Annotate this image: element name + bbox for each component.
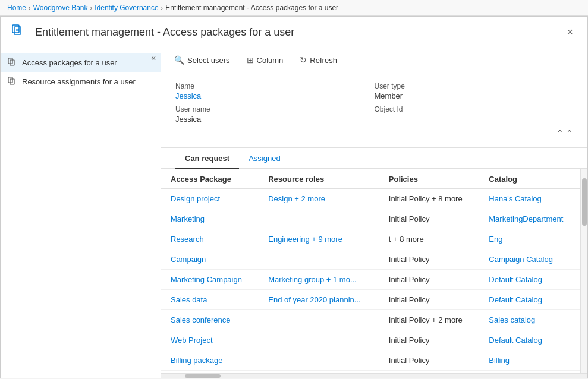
sidebar: « Access packages for a user Re	[1, 48, 161, 378]
cell-policies: Initial Policy + 2 more	[379, 310, 480, 330]
window-header: Entitlement management - Access packages…	[1, 17, 587, 48]
cell-access_package: Web Project	[161, 330, 259, 350]
breadcrumb-woodgrove[interactable]: Woodgrove Bank	[33, 4, 88, 12]
column-button[interactable]: ⊞ Column	[243, 53, 287, 67]
name-value[interactable]: Jessica	[175, 91, 375, 100]
table-row: Web ProjectInitial PolicyDefault Catalog	[161, 330, 580, 350]
user-info-panel: Name Jessica User type Member User name …	[161, 72, 587, 148]
cell-policies: t + 8 more	[379, 229, 480, 249]
username-label: User name	[175, 105, 375, 113]
user-type-label: User type	[375, 82, 574, 90]
main-panel: 🔍 Select users ⊞ Column ↻ Refresh Name J…	[161, 48, 587, 378]
cell-access_package: Sales conference	[161, 310, 259, 330]
cell-catalog: Sales catalog	[479, 310, 580, 330]
access-packages-table: Access Package Resource roles Policies C…	[161, 169, 580, 371]
cell-catalog: Eng	[479, 229, 580, 249]
cell-policies: Initial Policy	[379, 330, 480, 350]
cell-access_package: Marketing	[161, 209, 259, 229]
cell-resource_roles	[259, 330, 379, 350]
cell-catalog: Campaign Catalog	[479, 249, 580, 270]
collapse-arrow[interactable]: ⌃ ⌃	[175, 128, 573, 138]
name-field: Name Jessica	[175, 82, 375, 100]
col-header-catalog: Catalog	[479, 169, 580, 189]
cell-catalog: Billing	[479, 350, 580, 371]
table-row: Billing packageInitial PolicyBilling	[161, 350, 580, 371]
refresh-button[interactable]: ↻ Refresh	[296, 53, 341, 67]
cell-resource_roles: Design + 2 more	[259, 189, 379, 209]
cell-policies: Initial Policy	[379, 209, 480, 229]
column-label: Column	[257, 56, 284, 65]
horizontal-scrollbar[interactable]	[161, 373, 587, 378]
cell-access_package: Research	[161, 229, 259, 249]
resource-assignments-icon	[8, 77, 17, 86]
breadcrumb-home[interactable]: Home	[7, 4, 26, 12]
breadcrumb: Home › Woodgrove Bank › Identity Governa…	[0, 0, 588, 16]
horizontal-scrollbar-thumb[interactable]	[185, 374, 221, 378]
username-field: User name Jessica	[175, 105, 375, 124]
user-type-value: Member	[375, 91, 574, 100]
sidebar-item-access-packages[interactable]: Access packages for a user	[1, 53, 161, 72]
cell-policies: Initial Policy	[379, 270, 480, 290]
cell-policies: Initial Policy	[379, 249, 480, 270]
cell-policies: Initial Policy	[379, 290, 480, 310]
cell-access_package: Marketing Campaign	[161, 270, 259, 290]
access-packages-icon	[8, 58, 17, 67]
toolbar: 🔍 Select users ⊞ Column ↻ Refresh	[161, 48, 587, 72]
tab-can-request[interactable]: Can request	[175, 148, 239, 169]
cell-resource_roles	[259, 350, 379, 371]
cell-resource_roles: Marketing group + 1 mo...	[259, 270, 379, 290]
window-icon	[10, 23, 29, 42]
table-row: ResearchEngineering + 9 moret + 8 moreEn…	[161, 229, 580, 249]
page-title: Entitlement management - Access packages…	[35, 26, 562, 39]
search-icon: 🔍	[174, 55, 184, 65]
tab-assigned[interactable]: Assigned	[239, 148, 290, 169]
cell-access_package: Design project	[161, 189, 259, 209]
cell-catalog: Default Catalog	[479, 330, 580, 350]
cell-access_package: Sales data	[161, 290, 259, 310]
sidebar-item-label-access-packages: Access packages for a user	[22, 58, 117, 67]
cell-catalog: Default Catalog	[479, 290, 580, 310]
table-row: Sales conferenceInitial Policy + 2 moreS…	[161, 310, 580, 330]
col-header-resource-roles: Resource roles	[259, 169, 379, 189]
column-icon: ⊞	[247, 55, 254, 65]
vertical-scrollbar[interactable]	[580, 169, 587, 373]
main-window: Entitlement management - Access packages…	[0, 16, 588, 378]
object-id-field: Object Id	[375, 105, 574, 124]
table-area: Access Package Resource roles Policies C…	[161, 169, 580, 373]
tabs-bar: Can request Assigned	[161, 148, 587, 169]
table-row: MarketingInitial PolicyMarketingDepartme…	[161, 209, 580, 229]
cell-resource_roles	[259, 249, 379, 270]
breadcrumb-current: Entitlement management - Access packages…	[165, 4, 338, 12]
col-header-access-package: Access Package	[161, 169, 259, 189]
cell-policies: Initial Policy	[379, 350, 480, 371]
scrollbar-thumb[interactable]	[582, 178, 587, 226]
username-value: Jessica	[175, 115, 375, 124]
table-row: CampaignInitial PolicyCampaign Catalog	[161, 249, 580, 270]
select-users-button[interactable]: 🔍 Select users	[171, 53, 234, 67]
cell-catalog: Hana's Catalog	[479, 189, 580, 209]
cell-access_package: Billing package	[161, 350, 259, 371]
cell-catalog: Default Catalog	[479, 270, 580, 290]
cell-resource_roles: Engineering + 9 more	[259, 229, 379, 249]
table-row: Marketing CampaignMarketing group + 1 mo…	[161, 270, 580, 290]
cell-resource_roles	[259, 310, 379, 330]
name-label: Name	[175, 82, 375, 90]
cell-access_package: Campaign	[161, 249, 259, 270]
cell-resource_roles: End of year 2020 plannin...	[259, 290, 379, 310]
sidebar-item-resource-assignments[interactable]: Resource assignments for a user	[1, 72, 161, 91]
table-row: Sales dataEnd of year 2020 plannin...Ini…	[161, 290, 580, 310]
close-button[interactable]: ×	[562, 24, 578, 40]
cell-resource_roles	[259, 209, 379, 229]
object-id-label: Object Id	[375, 105, 574, 113]
table-row: Design projectDesign + 2 moreInitial Pol…	[161, 189, 580, 209]
content-area: « Access packages for a user Re	[1, 48, 587, 378]
breadcrumb-identity-governance[interactable]: Identity Governance	[95, 4, 158, 12]
col-header-policies: Policies	[379, 169, 480, 189]
refresh-label: Refresh	[310, 56, 337, 65]
user-type-field: User type Member	[375, 82, 574, 100]
sidebar-collapse-button[interactable]: «	[151, 53, 156, 62]
select-users-label: Select users	[187, 56, 230, 65]
cell-policies: Initial Policy + 8 more	[379, 189, 480, 209]
refresh-icon: ↻	[300, 55, 307, 65]
sidebar-item-label-resource-assignments: Resource assignments for a user	[22, 77, 136, 86]
